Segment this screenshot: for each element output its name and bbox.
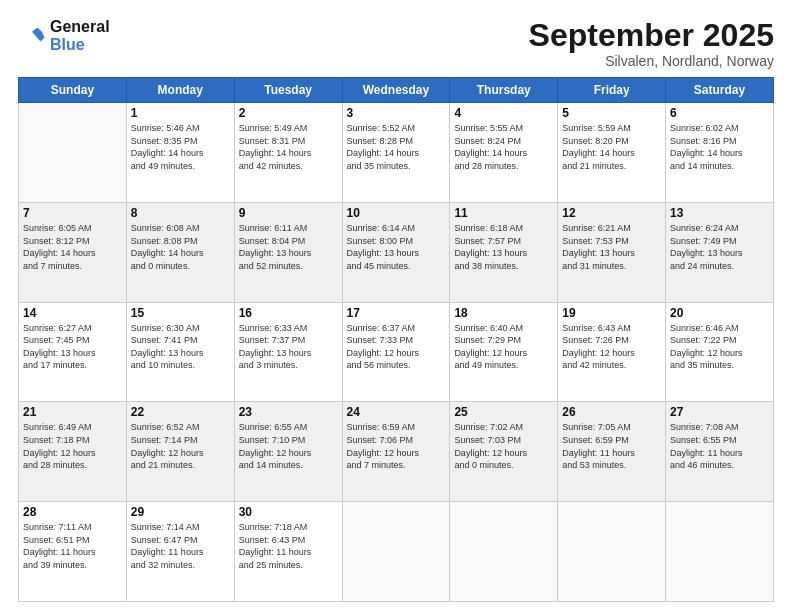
day-number: 25 [454, 405, 553, 419]
day-info: Sunrise: 6:02 AMSunset: 8:16 PMDaylight:… [670, 122, 769, 172]
calendar-cell-1-4: 3Sunrise: 5:52 AMSunset: 8:28 PMDaylight… [342, 103, 450, 203]
logo: General Blue [18, 18, 110, 54]
calendar-dow-saturday: Saturday [666, 78, 774, 103]
calendar-dow-thursday: Thursday [450, 78, 558, 103]
calendar-cell-3-2: 15Sunrise: 6:30 AMSunset: 7:41 PMDayligh… [126, 302, 234, 402]
day-info: Sunrise: 6:24 AMSunset: 7:49 PMDaylight:… [670, 222, 769, 272]
day-number: 21 [23, 405, 122, 419]
calendar-cell-4-2: 22Sunrise: 6:52 AMSunset: 7:14 PMDayligh… [126, 402, 234, 502]
calendar-cell-5-1: 28Sunrise: 7:11 AMSunset: 6:51 PMDayligh… [19, 502, 127, 602]
logo-icon [18, 22, 46, 50]
calendar-cell-1-1 [19, 103, 127, 203]
calendar-week-row-2: 7Sunrise: 6:05 AMSunset: 8:12 PMDaylight… [19, 202, 774, 302]
day-number: 6 [670, 106, 769, 120]
day-info: Sunrise: 7:05 AMSunset: 6:59 PMDaylight:… [562, 421, 661, 471]
calendar-dow-tuesday: Tuesday [234, 78, 342, 103]
day-number: 5 [562, 106, 661, 120]
location: Silvalen, Nordland, Norway [529, 53, 774, 69]
day-number: 29 [131, 505, 230, 519]
calendar-dow-friday: Friday [558, 78, 666, 103]
day-info: Sunrise: 5:49 AMSunset: 8:31 PMDaylight:… [239, 122, 338, 172]
day-info: Sunrise: 6:18 AMSunset: 7:57 PMDaylight:… [454, 222, 553, 272]
day-number: 22 [131, 405, 230, 419]
day-number: 2 [239, 106, 338, 120]
calendar-cell-3-7: 20Sunrise: 6:46 AMSunset: 7:22 PMDayligh… [666, 302, 774, 402]
title-block: September 2025 Silvalen, Nordland, Norwa… [529, 18, 774, 69]
header: General Blue September 2025 Silvalen, No… [18, 18, 774, 69]
logo-text: General Blue [50, 18, 110, 54]
calendar-cell-2-4: 10Sunrise: 6:14 AMSunset: 8:00 PMDayligh… [342, 202, 450, 302]
calendar-week-row-3: 14Sunrise: 6:27 AMSunset: 7:45 PMDayligh… [19, 302, 774, 402]
day-info: Sunrise: 5:55 AMSunset: 8:24 PMDaylight:… [454, 122, 553, 172]
day-number: 23 [239, 405, 338, 419]
calendar-cell-2-3: 9Sunrise: 6:11 AMSunset: 8:04 PMDaylight… [234, 202, 342, 302]
day-number: 17 [347, 306, 446, 320]
day-number: 24 [347, 405, 446, 419]
calendar-cell-1-7: 6Sunrise: 6:02 AMSunset: 8:16 PMDaylight… [666, 103, 774, 203]
calendar-dow-monday: Monday [126, 78, 234, 103]
calendar-cell-1-2: 1Sunrise: 5:46 AMSunset: 8:35 PMDaylight… [126, 103, 234, 203]
calendar-cell-4-7: 27Sunrise: 7:08 AMSunset: 6:55 PMDayligh… [666, 402, 774, 502]
day-number: 4 [454, 106, 553, 120]
calendar-header-row: SundayMondayTuesdayWednesdayThursdayFrid… [19, 78, 774, 103]
day-number: 26 [562, 405, 661, 419]
calendar-cell-4-1: 21Sunrise: 6:49 AMSunset: 7:18 PMDayligh… [19, 402, 127, 502]
day-info: Sunrise: 6:46 AMSunset: 7:22 PMDaylight:… [670, 322, 769, 372]
day-info: Sunrise: 7:02 AMSunset: 7:03 PMDaylight:… [454, 421, 553, 471]
calendar-dow-wednesday: Wednesday [342, 78, 450, 103]
day-number: 19 [562, 306, 661, 320]
calendar-cell-1-3: 2Sunrise: 5:49 AMSunset: 8:31 PMDaylight… [234, 103, 342, 203]
calendar-cell-2-6: 12Sunrise: 6:21 AMSunset: 7:53 PMDayligh… [558, 202, 666, 302]
day-info: Sunrise: 6:08 AMSunset: 8:08 PMDaylight:… [131, 222, 230, 272]
calendar-week-row-4: 21Sunrise: 6:49 AMSunset: 7:18 PMDayligh… [19, 402, 774, 502]
day-info: Sunrise: 5:59 AMSunset: 8:20 PMDaylight:… [562, 122, 661, 172]
calendar-cell-2-1: 7Sunrise: 6:05 AMSunset: 8:12 PMDaylight… [19, 202, 127, 302]
day-number: 14 [23, 306, 122, 320]
calendar-cell-4-5: 25Sunrise: 7:02 AMSunset: 7:03 PMDayligh… [450, 402, 558, 502]
calendar-cell-5-2: 29Sunrise: 7:14 AMSunset: 6:47 PMDayligh… [126, 502, 234, 602]
calendar-cell-3-3: 16Sunrise: 6:33 AMSunset: 7:37 PMDayligh… [234, 302, 342, 402]
day-number: 1 [131, 106, 230, 120]
day-number: 20 [670, 306, 769, 320]
day-info: Sunrise: 6:05 AMSunset: 8:12 PMDaylight:… [23, 222, 122, 272]
month-title: September 2025 [529, 18, 774, 53]
calendar-cell-5-3: 30Sunrise: 7:18 AMSunset: 6:43 PMDayligh… [234, 502, 342, 602]
day-number: 9 [239, 206, 338, 220]
page: General Blue September 2025 Silvalen, No… [0, 0, 792, 612]
calendar-cell-5-7 [666, 502, 774, 602]
calendar-dow-sunday: Sunday [19, 78, 127, 103]
calendar-cell-4-4: 24Sunrise: 6:59 AMSunset: 7:06 PMDayligh… [342, 402, 450, 502]
day-info: Sunrise: 6:14 AMSunset: 8:00 PMDaylight:… [347, 222, 446, 272]
day-info: Sunrise: 7:11 AMSunset: 6:51 PMDaylight:… [23, 521, 122, 571]
day-info: Sunrise: 6:21 AMSunset: 7:53 PMDaylight:… [562, 222, 661, 272]
day-info: Sunrise: 6:11 AMSunset: 8:04 PMDaylight:… [239, 222, 338, 272]
day-number: 18 [454, 306, 553, 320]
day-number: 28 [23, 505, 122, 519]
calendar-table: SundayMondayTuesdayWednesdayThursdayFrid… [18, 77, 774, 602]
calendar-cell-4-6: 26Sunrise: 7:05 AMSunset: 6:59 PMDayligh… [558, 402, 666, 502]
calendar-cell-3-6: 19Sunrise: 6:43 AMSunset: 7:26 PMDayligh… [558, 302, 666, 402]
day-info: Sunrise: 6:33 AMSunset: 7:37 PMDaylight:… [239, 322, 338, 372]
day-number: 8 [131, 206, 230, 220]
day-number: 30 [239, 505, 338, 519]
day-info: Sunrise: 6:59 AMSunset: 7:06 PMDaylight:… [347, 421, 446, 471]
calendar-cell-1-5: 4Sunrise: 5:55 AMSunset: 8:24 PMDaylight… [450, 103, 558, 203]
day-number: 13 [670, 206, 769, 220]
day-number: 7 [23, 206, 122, 220]
calendar-cell-3-1: 14Sunrise: 6:27 AMSunset: 7:45 PMDayligh… [19, 302, 127, 402]
day-info: Sunrise: 7:18 AMSunset: 6:43 PMDaylight:… [239, 521, 338, 571]
day-number: 15 [131, 306, 230, 320]
day-info: Sunrise: 6:37 AMSunset: 7:33 PMDaylight:… [347, 322, 446, 372]
day-info: Sunrise: 6:40 AMSunset: 7:29 PMDaylight:… [454, 322, 553, 372]
calendar-cell-3-4: 17Sunrise: 6:37 AMSunset: 7:33 PMDayligh… [342, 302, 450, 402]
day-info: Sunrise: 6:27 AMSunset: 7:45 PMDaylight:… [23, 322, 122, 372]
day-number: 16 [239, 306, 338, 320]
day-info: Sunrise: 7:14 AMSunset: 6:47 PMDaylight:… [131, 521, 230, 571]
day-info: Sunrise: 6:52 AMSunset: 7:14 PMDaylight:… [131, 421, 230, 471]
day-info: Sunrise: 6:43 AMSunset: 7:26 PMDaylight:… [562, 322, 661, 372]
day-info: Sunrise: 6:49 AMSunset: 7:18 PMDaylight:… [23, 421, 122, 471]
calendar-cell-3-5: 18Sunrise: 6:40 AMSunset: 7:29 PMDayligh… [450, 302, 558, 402]
calendar-cell-2-7: 13Sunrise: 6:24 AMSunset: 7:49 PMDayligh… [666, 202, 774, 302]
calendar-cell-5-6 [558, 502, 666, 602]
calendar-cell-4-3: 23Sunrise: 6:55 AMSunset: 7:10 PMDayligh… [234, 402, 342, 502]
